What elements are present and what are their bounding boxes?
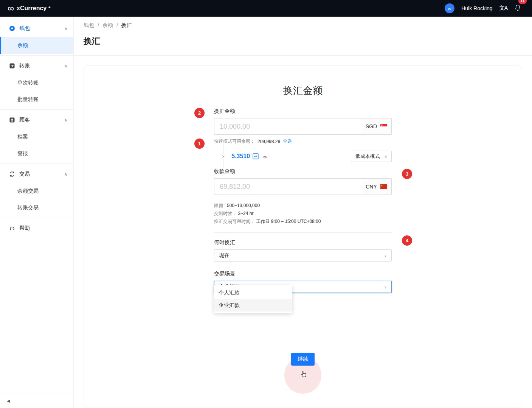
main: 钱包 / 余额 / 换汇 换汇 换汇金额 换汇金额 bbox=[74, 17, 532, 408]
bell-icon bbox=[514, 4, 521, 12]
sidebar-item-label: 单次转账 bbox=[17, 79, 39, 86]
exchange-rate[interactable]: 5.3510 bbox=[231, 153, 250, 160]
sidebar-item-label: 顾客 bbox=[19, 117, 30, 123]
sidebar-item-label: 批量转账 bbox=[17, 96, 39, 103]
main-header: 钱包 / 余额 / 换汇 换汇 bbox=[74, 17, 532, 56]
sidebar-item-help[interactable]: 帮助 bbox=[0, 220, 73, 237]
continue-button[interactable]: 继续 bbox=[291, 353, 315, 366]
limit-value: 500~13,000,000 bbox=[227, 203, 260, 208]
sell-amount-field: 换汇金额 SGD 快速模式可用余额： 209,998.29 全选 bbox=[214, 108, 392, 145]
scenario-label: 交易场景 bbox=[214, 271, 392, 277]
chevron-up-icon: ∧ bbox=[64, 118, 67, 123]
sidebar-item-wallet[interactable]: 钱包 ∧ bbox=[0, 20, 73, 37]
form-heading: 换汇金额 bbox=[214, 84, 392, 97]
avatar[interactable]: ∞ bbox=[445, 3, 454, 13]
sidebar-item-single-transfer[interactable]: 单次转账 bbox=[0, 75, 73, 91]
buy-currency-selector[interactable]: CNY bbox=[362, 178, 392, 195]
hours-row: 换汇交易可用时间： 工作日 9:00 – 15:00 UTC+08:00 bbox=[214, 218, 392, 226]
brand-name: xCurrency bbox=[17, 5, 47, 12]
divider bbox=[0, 164, 73, 164]
rate-zone: × 5.3510 低成本模式 ∨ bbox=[214, 145, 392, 168]
annotation-badge-3: 3 bbox=[402, 169, 412, 179]
continue-area: 继续 bbox=[214, 353, 392, 406]
sidebar-item-customers[interactable]: 顾客 ∧ bbox=[0, 111, 73, 129]
divider bbox=[0, 55, 73, 56]
chevron-down-icon: ∨ bbox=[384, 285, 387, 289]
annotation-badge-1: 1 bbox=[194, 139, 205, 149]
mode-select[interactable]: 低成本模式 ∨ bbox=[351, 151, 392, 162]
sidebar-item-profiles[interactable]: 档案 bbox=[0, 129, 73, 145]
buy-amount-label: 收款金额 bbox=[214, 168, 392, 175]
topbar-right: ∞ Hulk Rocking 文A 11 bbox=[445, 3, 524, 13]
select-all-link[interactable]: 全选 bbox=[283, 138, 292, 145]
exchange-form: 换汇金额 换汇金额 SGD 快速模式可用余额： bbox=[214, 66, 392, 406]
balance-hint-label: 快速模式可用余额： bbox=[214, 138, 255, 145]
sidebar-item-transfer[interactable]: 转账 ∧ bbox=[0, 57, 73, 75]
sell-amount-label: 换汇金额 bbox=[214, 108, 392, 115]
annotation-badge-4: 4 bbox=[402, 235, 412, 246]
notifications-button[interactable]: 11 bbox=[514, 4, 521, 13]
sidebar-item-label: 转账 bbox=[19, 62, 30, 69]
buy-amount-input[interactable] bbox=[214, 178, 362, 195]
sidebar-item-transfer-transactions[interactable]: 转账交易 bbox=[0, 199, 73, 216]
hours-label: 换汇交易可用时间： bbox=[214, 219, 255, 224]
page-title: 换汇 bbox=[84, 36, 522, 47]
exchange-meta: 限额 : 500~13,000,000 交割时效： 3~24 hr 换汇交易可用… bbox=[214, 202, 392, 226]
exchange-icon bbox=[9, 171, 15, 177]
breadcrumb-balance[interactable]: 余额 bbox=[102, 22, 113, 29]
exchange-card: 换汇金额 换汇金额 SGD 快速模式可用余额： bbox=[84, 65, 522, 408]
sidebar-item-label: 警报 bbox=[17, 150, 28, 157]
breadcrumb-wallet[interactable]: 钱包 bbox=[84, 22, 94, 29]
when-select-value: 现在 bbox=[219, 252, 230, 259]
chevron-up-icon: ∧ bbox=[64, 26, 67, 31]
brand-logo-icon: ∞ bbox=[8, 4, 14, 13]
sidebar-item-label: 余额 bbox=[17, 42, 28, 49]
collapse-sidebar-button[interactable]: ◀ bbox=[0, 394, 73, 408]
close-icon[interactable]: × bbox=[220, 154, 226, 159]
sidebar-item-label: 转账交易 bbox=[17, 204, 39, 211]
chevron-down-icon: ∨ bbox=[385, 154, 387, 159]
singapore-flag-icon bbox=[380, 124, 388, 129]
divider bbox=[0, 109, 73, 110]
mode-select-value: 低成本模式 bbox=[355, 153, 380, 160]
cursor-hand-icon bbox=[300, 370, 307, 380]
gauge-icon bbox=[262, 154, 268, 159]
sidebar-item-alerts[interactable]: 警报 bbox=[0, 145, 73, 162]
sidebar-item-label: 帮助 bbox=[19, 225, 30, 232]
balance-hint: 快速模式可用余额： 209,998.29 全选 bbox=[214, 138, 392, 145]
when-select[interactable]: 现在 ∨ bbox=[214, 249, 392, 262]
chevron-up-icon: ∧ bbox=[64, 64, 67, 69]
collapse-icon: ◀ bbox=[7, 399, 10, 403]
brand[interactable]: ∞ xCurrency ✦ bbox=[8, 4, 51, 13]
sell-currency-code: SGD bbox=[366, 123, 377, 129]
divider bbox=[0, 218, 73, 218]
dropdown-option-business[interactable]: 企业汇款 bbox=[214, 299, 292, 311]
sidebar-item-balance[interactable]: 余额 bbox=[0, 37, 73, 54]
avatar-glyph-icon: ∞ bbox=[448, 6, 451, 11]
sidebar-item-label: 余额交易 bbox=[17, 188, 39, 195]
scenario-dropdown: 个人汇款 企业汇款 bbox=[214, 285, 292, 313]
divider bbox=[214, 232, 392, 233]
buy-amount-field: 收款金额 CNY bbox=[214, 168, 392, 195]
sell-amount-input[interactable] bbox=[214, 118, 362, 135]
sidebar-item-balance-transactions[interactable]: 余额交易 bbox=[0, 183, 73, 199]
sidebar-item-transactions[interactable]: 交易 ∧ bbox=[0, 165, 73, 183]
sidebar-item-label: 档案 bbox=[17, 134, 28, 140]
chevron-up-icon: ∧ bbox=[64, 172, 67, 177]
sell-currency-selector[interactable]: SGD bbox=[362, 118, 392, 135]
sidebar-item-batch-transfer[interactable]: 批量转账 bbox=[0, 91, 73, 108]
breadcrumb-separator: / bbox=[116, 22, 118, 28]
when-label: 何时换汇 bbox=[214, 239, 392, 246]
topbar: ∞ xCurrency ✦ ∞ Hulk Rocking 文A 11 bbox=[0, 0, 532, 17]
app-root: ∞ xCurrency ✦ ∞ Hulk Rocking 文A 11 钱包 bbox=[0, 0, 532, 408]
annotation-badge-2: 2 bbox=[194, 108, 205, 118]
hours-value: 工作日 9:00 – 15:00 UTC+08:00 bbox=[256, 219, 321, 224]
language-icon[interactable]: 文A bbox=[499, 5, 507, 12]
rate-chart-icon[interactable] bbox=[253, 153, 259, 159]
breadcrumb-current: 换汇 bbox=[121, 22, 132, 29]
breadcrumb-separator: / bbox=[98, 22, 99, 28]
user-name[interactable]: Hulk Rocking bbox=[461, 5, 492, 11]
transfer-icon bbox=[9, 63, 15, 69]
dropdown-option-personal[interactable]: 个人汇款 bbox=[214, 287, 292, 299]
settlement-row: 交割时效： 3~24 hr bbox=[214, 210, 392, 218]
